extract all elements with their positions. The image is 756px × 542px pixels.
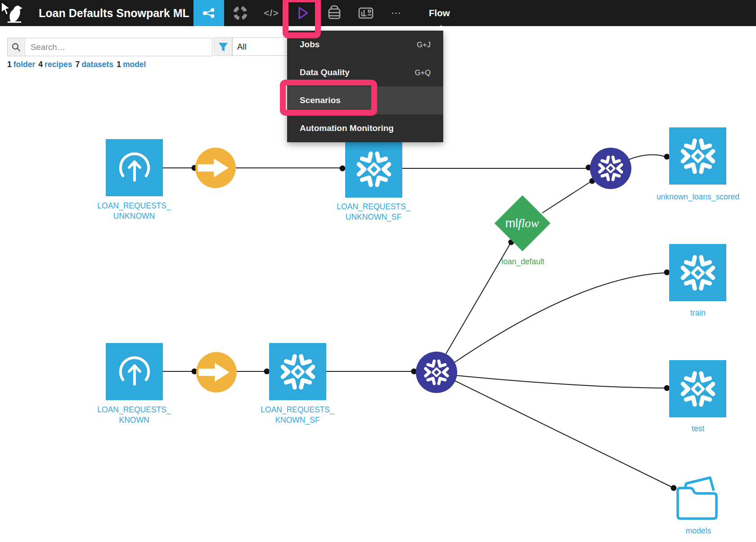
code-icon: </> bbox=[264, 8, 279, 18]
project-title: Loan Defaults Snowpark ML bbox=[39, 0, 189, 26]
upload-dataset-icon bbox=[114, 147, 155, 189]
dataset-loan-requests-known-sf[interactable] bbox=[269, 343, 326, 400]
flow-breadcrumb-label[interactable]: Flow bbox=[429, 0, 450, 26]
recipe-snowpark-split-train[interactable] bbox=[416, 352, 457, 393]
sync-arrow-icon bbox=[196, 352, 237, 393]
datasets-count-link[interactable]: datasets bbox=[81, 60, 113, 69]
sync-arrow-icon bbox=[195, 148, 236, 188]
folder-count-link[interactable]: folder bbox=[14, 60, 36, 69]
datasets-count: 7 bbox=[75, 60, 80, 69]
menu-item-jobs[interactable]: Jobs G+J bbox=[287, 31, 443, 59]
recipe-sync-unknown[interactable] bbox=[195, 148, 236, 188]
jobs-backpack-button[interactable] bbox=[326, 0, 343, 26]
dataset-loan-requests-unknown-sf[interactable] bbox=[345, 140, 402, 198]
dataset-label: train bbox=[630, 308, 756, 318]
folder-count: 1 bbox=[7, 60, 12, 69]
flow-object-counts: 1folder4recipes7datasets1model bbox=[7, 60, 149, 69]
saved-model-mlflow[interactable]: mlflow bbox=[495, 195, 550, 251]
snowflake-icon bbox=[423, 358, 450, 386]
dataset-label: LOAN_REQUESTS_ KNOWN bbox=[67, 405, 202, 425]
more-options-button[interactable]: ⋯ bbox=[388, 0, 405, 26]
code-button[interactable]: </> bbox=[264, 0, 279, 26]
automation-dropdown-menu: Jobs G+J Data Quality G+Q Scenarios Auto… bbox=[287, 31, 443, 142]
dataset-label: LOAN_REQUESTS_ KNOWN_SF bbox=[230, 405, 365, 425]
backpack-icon bbox=[326, 5, 342, 21]
flow-search bbox=[7, 38, 212, 56]
menu-item-scenarios[interactable]: Scenarios bbox=[287, 86, 443, 114]
model-label: loan_default bbox=[455, 257, 590, 267]
snowflake-icon bbox=[679, 137, 717, 176]
dataset-label: LOAN_REQUESTS_ UNKNOWN_SF bbox=[306, 202, 441, 222]
filter-scope-select[interactable]: All bbox=[232, 37, 288, 56]
top-toolbar: Loan Defaults Snowpark ML </> bbox=[0, 0, 756, 26]
run-play-button[interactable] bbox=[292, 0, 312, 26]
model-count: 1 bbox=[117, 60, 121, 69]
filter-scope-value: All bbox=[237, 42, 247, 51]
dashboard-card-icon bbox=[357, 5, 374, 21]
flow-tab-caret bbox=[437, 25, 445, 29]
mlflow-logo: mlflow bbox=[505, 216, 539, 230]
dataset-test[interactable] bbox=[669, 360, 726, 417]
upload-dataset-icon bbox=[114, 351, 155, 393]
dataset-label: test bbox=[630, 424, 756, 434]
menu-item-automation-monitoring[interactable]: Automation Monitoring bbox=[287, 114, 443, 142]
dataset-loan-requests-known[interactable] bbox=[106, 343, 163, 400]
dataset-loan-requests-unknown[interactable] bbox=[106, 139, 163, 196]
recipe-snowpark-score[interactable] bbox=[590, 148, 631, 189]
dataset-train[interactable] bbox=[669, 244, 726, 301]
play-icon bbox=[295, 5, 310, 21]
snowflake-icon bbox=[679, 253, 717, 292]
flow-icon bbox=[201, 5, 217, 21]
dataset-label: unknown_loans_scored bbox=[630, 192, 756, 202]
ellipsis-icon: ⋯ bbox=[391, 7, 402, 19]
shortcut-jobs: G+J bbox=[417, 41, 431, 49]
recipe-sync-known[interactable] bbox=[196, 352, 237, 393]
snowflake-icon bbox=[679, 370, 717, 408]
mouse-cursor-icon bbox=[0, 1, 12, 18]
search-icon-tile bbox=[8, 38, 25, 56]
flow-view-button[interactable] bbox=[194, 0, 224, 26]
search-input[interactable] bbox=[25, 38, 212, 56]
model-count-link[interactable]: model bbox=[123, 60, 146, 69]
snowflake-icon bbox=[355, 150, 393, 189]
search-icon bbox=[11, 42, 21, 52]
snowflake-icon bbox=[279, 352, 317, 391]
folder-icon bbox=[674, 471, 721, 522]
lifering-icon bbox=[232, 5, 248, 21]
recipes-count: 4 bbox=[38, 60, 43, 69]
folder-label: models bbox=[631, 526, 756, 536]
snowflake-icon bbox=[597, 154, 625, 182]
filter-funnel-icon bbox=[218, 41, 229, 52]
dataset-unknown-loans-scored[interactable] bbox=[669, 127, 726, 185]
recipes-count-link[interactable]: recipes bbox=[45, 60, 72, 69]
shortcut-data-quality: G+Q bbox=[415, 68, 431, 77]
filter-button[interactable] bbox=[214, 37, 232, 56]
managed-folder-models[interactable] bbox=[674, 471, 721, 522]
help-wheel-button[interactable] bbox=[232, 0, 248, 26]
menu-item-data-quality[interactable]: Data Quality G+Q bbox=[287, 59, 443, 86]
dashboards-button[interactable] bbox=[357, 0, 374, 26]
dataset-label: LOAN_REQUESTS_ UNKNOWN bbox=[67, 201, 202, 221]
